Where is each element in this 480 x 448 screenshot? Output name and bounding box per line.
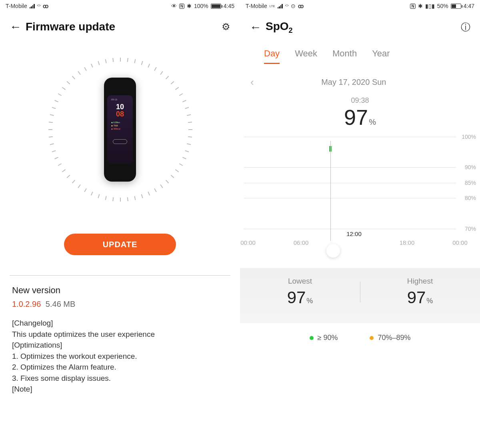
- battery-pct: 100%: [194, 3, 208, 9]
- page-header-left: ← Firmware update ⚙: [0, 12, 240, 42]
- device-image: FRI 15 1008 ◆ 6.08km ◆ 7568 ◆ 389kcal: [104, 78, 136, 182]
- bluetooth-icon: ✱: [418, 3, 423, 9]
- back-icon[interactable]: ←: [10, 20, 26, 34]
- version-number: 1.0.2.96: [12, 300, 41, 308]
- stats-row: Lowest 97% Highest 97%: [240, 268, 480, 323]
- reading-time: 09:38: [240, 96, 480, 105]
- new-version-label: New version: [12, 285, 228, 296]
- bluetooth-icon: ✱: [187, 3, 192, 9]
- clock-text: 4:45: [224, 3, 234, 9]
- signal-icon: [30, 4, 35, 8]
- nfc-icon: N: [179, 4, 184, 9]
- clock-text: 4:47: [464, 3, 474, 9]
- y-gridlabel: 90%: [465, 164, 476, 170]
- chart-legend: ≥ 90%70%–89%: [240, 323, 480, 352]
- changelog-line: 2. Optimizes the Alarm feature.: [12, 362, 228, 373]
- chart-cursor-line: [330, 141, 331, 241]
- page-header-right: ← SpO2 ⓘ: [240, 12, 480, 43]
- tab-week[interactable]: Week: [295, 48, 317, 64]
- chart-xaxis: 00:0006:0012:0018:0000:00: [244, 229, 476, 261]
- spo2-screen: T-Mobile LTE ⌔ ⊙ ꚙ N ✱ ▮▯▮ 50% 4:47 ← Sp…: [240, 0, 480, 448]
- signal-icon: [278, 4, 283, 8]
- back-icon[interactable]: ←: [250, 20, 266, 34]
- changelog-line: 3. Fixes some display issues.: [12, 373, 228, 384]
- x-tick-label: 06:00: [294, 239, 309, 246]
- y-gridlabel: 100%: [462, 134, 476, 140]
- reading-value: 97: [344, 105, 368, 129]
- changelog-line: [Optimizations]: [12, 340, 228, 351]
- tab-day[interactable]: Day: [264, 48, 280, 64]
- voicemail-icon: ꚙ: [43, 3, 48, 9]
- page-title: SpO2: [266, 20, 293, 35]
- nfc-icon: N: [410, 4, 415, 9]
- prev-date-icon[interactable]: ‹: [250, 76, 254, 88]
- update-button[interactable]: UPDATE: [64, 234, 176, 255]
- reading-unit: %: [369, 118, 376, 126]
- carrier-text: T-Mobile: [6, 3, 27, 9]
- version-size: 5.46 MB: [46, 300, 75, 308]
- legend-item: 70%–89%: [370, 334, 410, 342]
- lte-icon: LTE: [270, 4, 275, 8]
- status-bar-left: T-Mobile ⌔ ꚙ 👁 N ✱ 100% 4:45: [0, 0, 240, 12]
- voicemail-icon: ꚙ: [298, 3, 304, 9]
- lowest-stat: Lowest 97%: [240, 277, 360, 307]
- device-ring: FRI 15 1008 ◆ 6.08km ◆ 7568 ◆ 389kcal: [48, 58, 192, 202]
- wifi-icon: ⌔: [37, 3, 40, 9]
- y-gridlabel: 85%: [465, 180, 476, 186]
- page-title: Firmware update: [26, 20, 115, 33]
- wifi-icon: ⌔: [285, 3, 288, 9]
- x-tick-label: 00:00: [240, 239, 256, 246]
- x-tick-label: 12:00: [346, 230, 362, 237]
- y-gridlabel: 80%: [465, 195, 476, 201]
- chart-scrubber-knob[interactable]: [326, 244, 340, 258]
- changelog-line: This update optimizes the user experienc…: [12, 329, 228, 340]
- date-nav: ‹ May 17, 2020 Sun: [240, 64, 480, 88]
- tab-year[interactable]: Year: [372, 48, 390, 64]
- battery-icon: [451, 4, 461, 9]
- x-tick-label: 18:00: [400, 239, 415, 246]
- gear-icon[interactable]: ⚙: [222, 21, 230, 32]
- highest-stat: Highest 97%: [360, 277, 480, 307]
- changelog-line: [Changelog]: [12, 318, 228, 329]
- spo2-chart[interactable]: 100%90%85%80%70%: [244, 137, 476, 229]
- version-block: New version 1.0.2.96 5.46 MB: [0, 276, 240, 309]
- x-tick-label: 00:00: [452, 239, 468, 246]
- legend-item: ≥ 90%: [310, 334, 338, 342]
- battery-icon: [211, 4, 221, 9]
- whatsapp-icon: ⊙: [291, 3, 296, 9]
- time-range-tabs: DayWeekMonthYear: [240, 43, 480, 64]
- changelog: [Changelog]This update optimizes the use…: [0, 309, 240, 395]
- date-text: May 17, 2020 Sun: [321, 78, 386, 87]
- tab-month[interactable]: Month: [332, 48, 357, 64]
- selected-reading: 09:38 97%: [240, 96, 480, 130]
- info-icon[interactable]: ⓘ: [461, 21, 470, 34]
- changelog-line: 1. Optimizes the workout experience.: [12, 351, 228, 362]
- eye-icon: 👁: [171, 3, 177, 9]
- changelog-line: [Note]: [12, 384, 228, 395]
- firmware-update-screen: T-Mobile ⌔ ꚙ 👁 N ✱ 100% 4:45 ← Firmware …: [0, 0, 240, 448]
- status-bar-right: T-Mobile LTE ⌔ ⊙ ꚙ N ✱ ▮▯▮ 50% 4:47: [240, 0, 480, 12]
- carrier-text: T-Mobile: [246, 3, 267, 9]
- battery-pct: 50%: [437, 3, 448, 9]
- vibrate-icon: ▮▯▮: [425, 3, 435, 9]
